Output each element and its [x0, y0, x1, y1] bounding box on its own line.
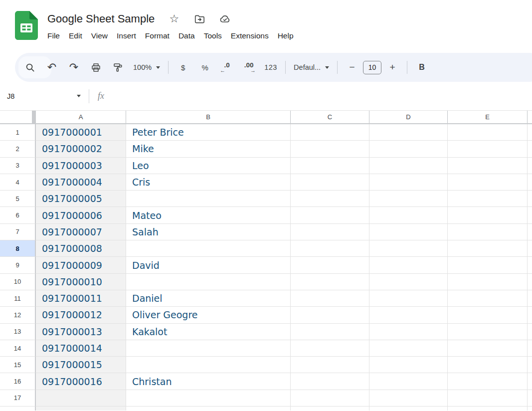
select-all-corner[interactable]: [0, 111, 36, 123]
cell-col-e[interactable]: [448, 158, 528, 174]
cloud-saved-icon[interactable]: [219, 13, 230, 24]
row-header[interactable]: 11: [0, 290, 36, 307]
format-percent-button[interactable]: %: [194, 57, 216, 77]
cell-col-b[interactable]: [126, 390, 291, 407]
cell-col-d[interactable]: [369, 373, 448, 390]
cell-col-e[interactable]: [448, 324, 528, 340]
cell-col-d[interactable]: [369, 141, 448, 157]
cell-col-f[interactable]: [528, 340, 532, 357]
cell-col-c[interactable]: [291, 224, 369, 240]
menu-format[interactable]: Format: [141, 29, 174, 42]
menu-file[interactable]: File: [43, 29, 64, 42]
cell-col-c[interactable]: [291, 307, 369, 323]
row-header[interactable]: 10: [0, 274, 36, 290]
menu-help[interactable]: Help: [273, 29, 298, 42]
cell-col-c[interactable]: [291, 174, 369, 191]
cell-col-e[interactable]: [448, 307, 528, 323]
name-box[interactable]: J8: [0, 92, 84, 100]
cell-col-e[interactable]: [448, 357, 528, 373]
cell-col-f[interactable]: [528, 207, 532, 223]
row-header[interactable]: 7: [0, 224, 36, 240]
cell-col-f[interactable]: [528, 390, 532, 407]
cell-col-b[interactable]: Cris: [126, 174, 291, 191]
move-to-folder-icon[interactable]: [194, 13, 205, 24]
cell-col-b[interactable]: Mateo: [126, 207, 291, 223]
column-header-c[interactable]: C: [291, 111, 369, 123]
cell-col-d[interactable]: [369, 191, 448, 207]
cell-col-e[interactable]: [448, 124, 528, 141]
column-header-a[interactable]: A: [36, 111, 126, 123]
formula-input[interactable]: [104, 82, 532, 110]
font-size-input[interactable]: 10: [363, 61, 381, 74]
search-button[interactable]: [19, 57, 41, 77]
cell-col-f[interactable]: [528, 174, 532, 191]
cell-col-e[interactable]: [448, 224, 528, 240]
row-header[interactable]: 5: [0, 191, 36, 207]
cell-col-e[interactable]: [448, 340, 528, 357]
cell-col-d[interactable]: [369, 207, 448, 223]
cell-col-a[interactable]: 0917000011: [36, 290, 126, 307]
cell-col-c[interactable]: [291, 207, 369, 223]
cell-col-f[interactable]: [528, 290, 532, 307]
cell-col-c[interactable]: [291, 191, 369, 207]
undo-button[interactable]: ↶: [41, 57, 63, 77]
cell-col-b[interactable]: Salah: [126, 224, 291, 240]
menu-view[interactable]: View: [87, 29, 112, 42]
cell-col-a[interactable]: 0917000014: [36, 340, 126, 357]
cell-col-c[interactable]: [291, 240, 369, 257]
menu-extensions[interactable]: Extensions: [226, 29, 273, 42]
cell-col-d[interactable]: [369, 240, 448, 257]
row-header[interactable]: [0, 407, 36, 411]
cell-col-d[interactable]: [369, 158, 448, 174]
cell-col-b[interactable]: Christan: [126, 373, 291, 390]
row-header[interactable]: 13: [0, 324, 36, 340]
cell-col-a[interactable]: 0917000008: [36, 240, 126, 257]
row-header[interactable]: 6: [0, 207, 36, 223]
cell-col-a[interactable]: [36, 390, 126, 407]
cell-col-b[interactable]: Peter Brice: [126, 124, 291, 141]
document-title[interactable]: Google Sheet Sample: [47, 11, 155, 26]
row-header[interactable]: 12: [0, 307, 36, 323]
cell-col-d[interactable]: [369, 357, 448, 373]
cell-col-a[interactable]: 0917000001: [36, 124, 126, 141]
row-header[interactable]: 4: [0, 174, 36, 191]
menu-data[interactable]: Data: [174, 29, 199, 42]
row-header[interactable]: 14: [0, 340, 36, 357]
cell-col-f[interactable]: [528, 407, 532, 411]
cell-col-f[interactable]: [528, 357, 532, 373]
cell-col-e[interactable]: [448, 141, 528, 157]
increase-font-size-button[interactable]: +: [381, 57, 403, 77]
cell-col-b[interactable]: [126, 240, 291, 257]
cell-col-e[interactable]: [448, 390, 528, 407]
format-currency-button[interactable]: $: [172, 57, 194, 77]
cell-col-a[interactable]: 0917000005: [36, 191, 126, 207]
cell-col-d[interactable]: [369, 390, 448, 407]
sheets-logo[interactable]: [15, 11, 38, 40]
cell-col-a[interactable]: 0917000002: [36, 141, 126, 157]
paint-format-button[interactable]: [107, 57, 129, 77]
cell-col-e[interactable]: [448, 407, 528, 411]
cell-col-d[interactable]: [369, 224, 448, 240]
cell-col-c[interactable]: [291, 141, 369, 157]
cell-col-b[interactable]: Daniel: [126, 290, 291, 307]
cell-col-f[interactable]: [528, 191, 532, 207]
number-format-button[interactable]: 123: [260, 57, 282, 77]
row-header[interactable]: 1: [0, 124, 36, 141]
bold-button[interactable]: B: [411, 57, 433, 77]
menu-insert[interactable]: Insert: [112, 29, 141, 42]
cell-col-f[interactable]: [528, 141, 532, 157]
row-header[interactable]: 15: [0, 357, 36, 373]
cell-col-c[interactable]: [291, 274, 369, 290]
cell-col-f[interactable]: [528, 373, 532, 390]
zoom-control[interactable]: 100%: [129, 63, 165, 71]
decrease-font-size-button[interactable]: −: [341, 57, 363, 77]
cell-col-d[interactable]: [369, 290, 448, 307]
cell-col-f[interactable]: [528, 324, 532, 340]
column-header-e[interactable]: E: [448, 111, 528, 123]
decrease-decimal-button[interactable]: .0 ←: [216, 62, 238, 73]
print-button[interactable]: [85, 57, 107, 77]
cell-col-a[interactable]: 0917000016: [36, 373, 126, 390]
cell-col-c[interactable]: [291, 407, 369, 411]
cell-col-b[interactable]: Mike: [126, 141, 291, 157]
cell-col-a[interactable]: [36, 407, 126, 411]
